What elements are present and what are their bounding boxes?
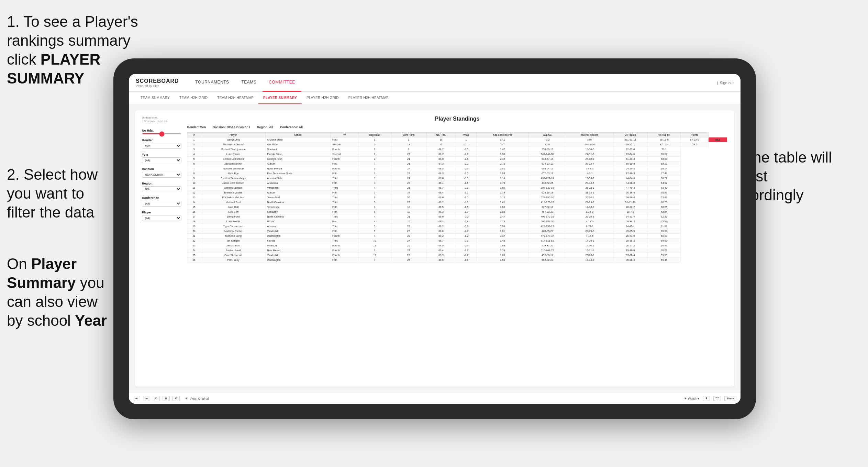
subnav-team-summary[interactable]: TEAM SUMMARY xyxy=(136,92,175,104)
table-cell: -1.2 xyxy=(456,229,477,234)
table-cell: 10 xyxy=(358,238,391,243)
table-cell: 10 xyxy=(187,181,201,186)
view-selector[interactable]: 👁 View: Original xyxy=(185,397,209,400)
table-cell: 208-99-13 xyxy=(528,147,566,152)
table-cell: 14-26-1 xyxy=(566,238,613,243)
player-select[interactable]: (All) xyxy=(142,215,181,221)
table-cell: 1 xyxy=(456,137,477,142)
table-cell: Missouri xyxy=(266,243,331,248)
table-cell: Jake Hall xyxy=(201,205,266,210)
table-cell: 500-153-36 xyxy=(528,219,566,224)
table-cell: David Ford xyxy=(201,214,266,219)
table-cell: 1 xyxy=(358,142,391,147)
table-cell: 4 xyxy=(358,186,391,190)
table-cell: New Mexico xyxy=(266,248,331,253)
subnav-player-h2h-heatmap[interactable]: PLAYER H2H HEATMAP xyxy=(344,92,393,104)
table-cell: Michael Le Sasso xyxy=(201,142,266,147)
table-cell: -2.7 xyxy=(476,142,528,147)
table-cell: 68.7 xyxy=(426,238,456,243)
settings-button[interactable]: ⚙ xyxy=(173,396,180,401)
table-cell: 1.98 xyxy=(476,152,528,157)
nav-teams[interactable]: TEAMS xyxy=(235,74,263,92)
table-cell: 60.96 xyxy=(647,190,680,195)
nav-tournaments[interactable]: TOURNAMENTS xyxy=(189,74,235,92)
table-cell: -0.9 xyxy=(456,238,477,243)
table-cell: 1 xyxy=(358,166,391,171)
table-cell: Fifth xyxy=(331,205,358,210)
redo-button[interactable]: ↪ xyxy=(143,396,150,401)
filter-row-division: Division: NCAA Division I xyxy=(213,125,250,129)
table-cell: 69.1 xyxy=(426,219,456,224)
undo-button[interactable]: ↩ xyxy=(133,396,140,401)
table-cell: 27 xyxy=(391,248,426,253)
instruction-on-text: On Player Summary you can also view by s… xyxy=(7,255,107,329)
gender-select[interactable]: Men Women xyxy=(142,143,181,149)
watch-btn[interactable]: 👁 Watch ▾ xyxy=(684,397,699,400)
table-cell: 1 xyxy=(358,171,391,176)
table-cell: Bastien Amat xyxy=(201,248,266,253)
sign-out-link[interactable]: Sign out xyxy=(720,81,734,85)
table-cell: 60.98 xyxy=(647,229,680,234)
table-cell: 10-11-1 xyxy=(566,248,613,253)
table-row: 5Christo LamprechtGeorgia TechFourth2216… xyxy=(187,157,727,162)
fullscreen-button[interactable]: ⛶ xyxy=(713,396,721,401)
table-cell: 533-57-16 xyxy=(528,157,566,162)
table-cell: 12 xyxy=(358,253,391,258)
table-cell: Arkansas xyxy=(266,181,331,186)
table-cell: 65.87 xyxy=(647,219,680,224)
subnav-team-h2h-heatmap[interactable]: TEAM H2H HEATMAP xyxy=(212,92,258,104)
col-school: School xyxy=(266,133,331,137)
table-cell: 6 xyxy=(187,162,201,166)
table-cell: 19-39-2 xyxy=(566,176,613,181)
copy-button[interactable]: ⧉ xyxy=(153,396,160,401)
table-cell: East Tennessee State xyxy=(266,171,331,176)
share-button[interactable]: Share xyxy=(724,396,736,401)
region-select[interactable]: N/A All xyxy=(142,186,181,192)
conference-select[interactable]: (All) SEC ACC Big Ten xyxy=(142,201,181,207)
table-cell: 49-35-9 xyxy=(613,229,647,234)
table-cell: -1.0 xyxy=(456,195,477,200)
table-cell: 628-150-30 xyxy=(528,195,566,200)
table-cell: 2 xyxy=(187,142,201,147)
main-content: Update time: 27/03/2024 16:56:26 No Rds.… xyxy=(129,104,741,393)
instruction-on-bold2: Year xyxy=(75,312,107,329)
filter-button[interactable]: ⊞ xyxy=(163,396,170,401)
table-row: 20Matthew RiedelVanderbiltFifth52368.6-1… xyxy=(187,229,727,234)
table-cell: 2 xyxy=(358,157,391,162)
table-cell: -1.1 xyxy=(456,190,477,195)
table-cell: 7 xyxy=(187,166,201,171)
nav-committee[interactable]: COMMITTEE xyxy=(263,74,301,92)
division-label: Division xyxy=(142,167,181,171)
table-cell: 4 xyxy=(358,214,391,219)
subnav-player-h2h-grid[interactable]: PLAYER H2H GRID xyxy=(302,92,344,104)
table-cell: Ian Gilligan xyxy=(201,238,266,243)
table-cell: 1.93 xyxy=(476,171,528,176)
table-cell: Jacob Skov Olesen xyxy=(201,181,266,186)
table-cell: Auburn xyxy=(266,162,331,166)
table-cell: 69.0 xyxy=(426,195,456,200)
year-select[interactable]: (All) First Second Third Fourth Fifth xyxy=(142,157,181,163)
table-cell: 69.3 xyxy=(426,253,456,258)
table-cell: 21 xyxy=(391,214,426,219)
table-cell: 60.98 xyxy=(647,234,680,238)
table-row: 24Bastien AmatNew MexicoFourth12769.4-1.… xyxy=(187,248,727,253)
table-cell: 59.45 xyxy=(647,258,680,263)
table-cell: 1.68 xyxy=(476,243,528,248)
subnav-player-summary[interactable]: PLAYER SUMMARY xyxy=(258,92,302,104)
year-label: Year xyxy=(142,153,181,156)
table-cell: 67.42 xyxy=(647,171,680,176)
download-button[interactable]: ⬇ xyxy=(703,396,710,401)
table-cell: 1.61 xyxy=(476,229,528,234)
table-cell: -1.8 xyxy=(456,219,477,224)
table-cell: First xyxy=(331,162,358,166)
table-row: 23Jack LundinMissouriFourth112468.5-2.31… xyxy=(187,243,727,248)
no-rds-slider[interactable] xyxy=(142,133,181,134)
table-cell: 406-172-16 xyxy=(528,214,566,219)
table-cell: Luke Claton xyxy=(201,152,266,157)
app-header: SCOREBOARD Powered by clipp TOURNAMENTS … xyxy=(129,74,741,92)
division-select[interactable]: NCAA Division I NCAA Division II NCAA Di… xyxy=(142,172,181,178)
table-row: 18Luke PowellUCLAFirst42469.1-1.81.13500… xyxy=(187,219,727,224)
table-cell: 62.54 xyxy=(647,210,680,214)
table-cell: 27-10-2 xyxy=(566,157,613,162)
subnav-team-h2h-grid[interactable]: TEAM H2H GRID xyxy=(175,92,212,104)
